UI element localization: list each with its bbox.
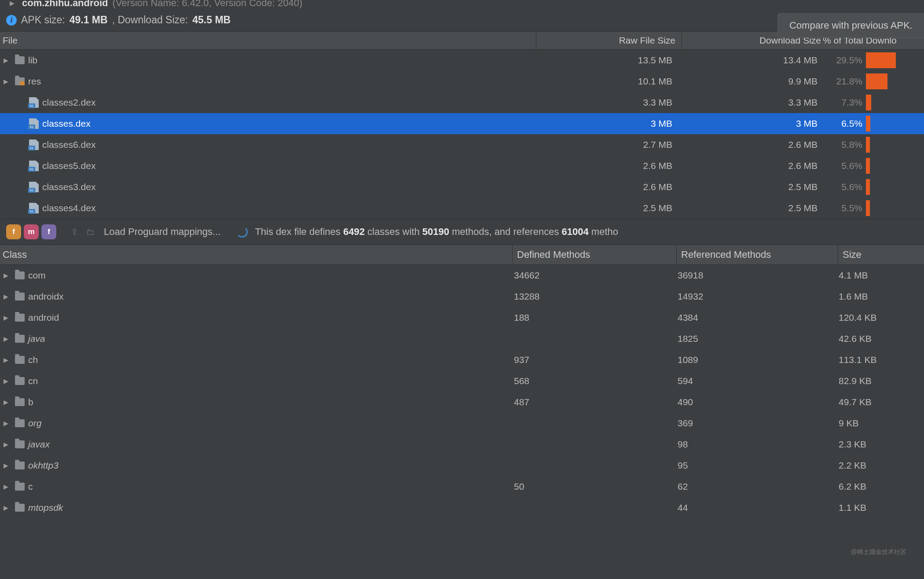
percent-bar [866, 137, 870, 153]
package-icon [15, 504, 25, 512]
defined-methods: 487 [510, 397, 673, 407]
class-name: mtopsdk [28, 502, 63, 513]
dex-file-icon: 01 [29, 182, 39, 192]
col-defined-methods[interactable]: Defined Methods [513, 245, 677, 264]
referenced-methods: 1089 [673, 355, 834, 365]
dex-file-icon: 01 [29, 161, 39, 171]
expand-icon[interactable] [4, 377, 9, 385]
expand-icon[interactable] [4, 78, 9, 85]
package-name: com.zhihu.android [22, 0, 108, 9]
filter-methods-icon[interactable]: m [24, 224, 39, 239]
class-size: 2.2 KB [834, 460, 924, 471]
class-name: okhttp3 [28, 460, 59, 471]
expand-icon[interactable] [4, 335, 9, 342]
filter-fields-icon[interactable]: f [6, 224, 21, 239]
file-row[interactable]: res10.1 MB9.9 MB21.8% [0, 71, 924, 92]
class-size: 9 KB [834, 418, 924, 429]
package-icon [15, 483, 25, 491]
class-row[interactable]: ch9371089113.1 KB [0, 349, 924, 370]
download-size: 2.6 MB [678, 161, 823, 171]
download-size: 2.5 MB [678, 203, 823, 213]
package-icon [15, 377, 25, 385]
referenced-methods: 44 [673, 502, 834, 513]
class-name: com [28, 270, 46, 281]
expand-icon[interactable] [10, 0, 15, 7]
class-row[interactable]: android1884384120.4 KB [0, 307, 924, 328]
percent-bar [866, 52, 896, 68]
referenced-methods: 4384 [673, 312, 834, 323]
version-info: (Version Name: 6.42.0, Version Code: 204… [113, 0, 303, 9]
nav-up-icon[interactable]: ⇪ [68, 225, 81, 238]
class-row[interactable]: org3699 KB [0, 413, 924, 434]
class-name: javax [28, 439, 50, 450]
percent-value: 5.5% [823, 203, 866, 213]
class-size: 1.1 KB [834, 502, 924, 513]
col-class[interactable]: Class [0, 245, 513, 264]
load-proguard-button[interactable]: Load Proguard mappings... [104, 226, 220, 238]
class-row[interactable]: java182542.6 KB [0, 328, 924, 349]
col-size[interactable]: Size [838, 245, 924, 264]
expand-icon[interactable] [4, 314, 9, 321]
package-icon [15, 356, 25, 364]
expand-icon[interactable] [4, 399, 9, 406]
file-row[interactable]: 01classes2.dex3.3 MB3.3 MB7.3% [0, 92, 924, 113]
raw-size: 3 MB [533, 118, 678, 129]
raw-size: 2.6 MB [533, 182, 678, 192]
class-name: org [28, 418, 41, 429]
download-size: 2.6 MB [678, 139, 823, 150]
dex-summary: This dex file defines 6492 classes with … [255, 226, 618, 238]
file-row[interactable]: 01classes.dex3 MB3 MB6.5% [0, 113, 924, 134]
class-size: 1.6 MB [834, 291, 924, 302]
class-row[interactable]: c50626.2 KB [0, 476, 924, 497]
raw-size: 2.7 MB [533, 139, 678, 150]
class-row[interactable]: javax982.3 KB [0, 434, 924, 455]
percent-value: 5.8% [823, 139, 866, 150]
expand-icon[interactable] [4, 483, 9, 490]
apk-size-label: APK size: [21, 14, 65, 26]
expand-icon[interactable] [4, 356, 9, 363]
package-icon [15, 335, 25, 343]
defined-methods: 188 [510, 312, 673, 323]
class-row[interactable]: com34662369184.1 MB [0, 265, 924, 286]
defined-methods: 937 [510, 355, 673, 365]
class-row[interactable]: cn56859482.9 KB [0, 370, 924, 392]
file-row[interactable]: 01classes5.dex2.6 MB2.6 MB5.6% [0, 155, 924, 176]
expand-icon[interactable] [4, 293, 9, 300]
compare-apk-button[interactable]: Compare with previous APK. [777, 13, 924, 38]
mapping-file-icon[interactable]: 🗀 [84, 225, 97, 238]
download-size: 3 MB [678, 118, 823, 129]
col-file[interactable]: File [0, 32, 536, 49]
defined-methods: 13288 [510, 291, 673, 302]
class-row[interactable]: androidx13288149321.6 MB [0, 286, 924, 307]
expand-icon[interactable] [4, 57, 9, 64]
expand-icon[interactable] [4, 420, 9, 427]
referenced-methods: 98 [673, 439, 834, 450]
raw-size: 13.5 MB [533, 55, 678, 66]
class-name: android [28, 312, 59, 323]
class-row[interactable]: b48749049.7 KB [0, 392, 924, 413]
class-size: 4.1 MB [834, 270, 924, 281]
class-row[interactable]: okhttp3952.2 KB [0, 455, 924, 476]
col-raw-size[interactable]: Raw File Size [536, 32, 682, 49]
file-row[interactable]: 01classes4.dex2.5 MB2.5 MB5.5% [0, 198, 924, 219]
expand-icon[interactable] [4, 272, 9, 279]
file-row[interactable]: lib13.5 MB13.4 MB29.5% [0, 50, 924, 71]
percent-bar [866, 95, 871, 110]
watermark: @稀土掘金技术社区 [851, 548, 906, 556]
dex-file-icon: 01 [29, 139, 39, 150]
expand-icon[interactable] [4, 441, 9, 448]
expand-icon[interactable] [4, 462, 9, 469]
raw-size: 2.6 MB [533, 161, 678, 171]
col-referenced-methods[interactable]: Referenced Methods [677, 245, 838, 264]
file-row[interactable]: 01classes3.dex2.6 MB2.5 MB5.6% [0, 176, 924, 198]
file-list: lib13.5 MB13.4 MB29.5%res10.1 MB9.9 MB21… [0, 50, 924, 219]
filter-refs-icon[interactable]: f [41, 224, 56, 239]
loading-spinner-icon [236, 226, 248, 238]
expand-icon[interactable] [4, 504, 9, 511]
package-icon [15, 462, 25, 469]
file-name: res [28, 76, 41, 87]
file-name: lib [28, 55, 37, 66]
referenced-methods: 1825 [673, 333, 834, 344]
file-row[interactable]: 01classes6.dex2.7 MB2.6 MB5.8% [0, 134, 924, 155]
class-row[interactable]: mtopsdk441.1 KB [0, 497, 924, 518]
